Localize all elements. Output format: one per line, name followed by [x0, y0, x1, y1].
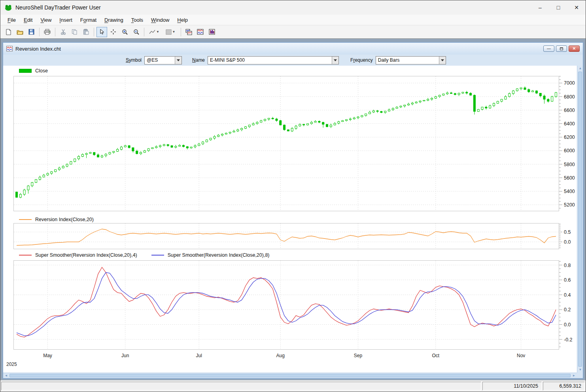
status-date-panel: 11/10/2025	[482, 382, 542, 390]
pattern-fill-icon	[166, 29, 172, 35]
copy-icon	[72, 29, 78, 35]
chevron-down-icon: ▼	[156, 30, 159, 34]
chart-controls-row: Symbol @ES Name E-MINI S&P 500 Frequency…	[3, 55, 583, 66]
price-candlestick-pane[interactable]: 7000680066006400620060005800560054005200	[13, 76, 577, 211]
menu-tools[interactable]: Tools	[127, 15, 147, 25]
chart-restore-button[interactable]	[556, 45, 567, 52]
svg-text:0.0: 0.0	[564, 239, 571, 245]
super-smoother-4-legend-label: Super Smoother(Reversion Index(Close,20)…	[35, 252, 137, 258]
toolbar-separator	[55, 28, 55, 36]
symbol-label: Symbol	[126, 57, 142, 63]
super-smoother-4-legend-swatch	[19, 255, 32, 256]
chevron-down-icon: ▼	[172, 30, 176, 34]
print-icon	[44, 29, 51, 35]
paste-button[interactable]	[81, 27, 91, 37]
chart-region: Close 7000680066006400620060005800560054…	[3, 66, 583, 378]
scroll-down-arrow-icon[interactable]: ▼	[577, 367, 583, 373]
scroll-right-arrow-icon[interactable]: ►	[571, 373, 577, 378]
svg-text:0.6: 0.6	[564, 277, 571, 283]
pointer-tool-button[interactable]	[96, 27, 107, 37]
x-axis-month-label: Jun	[118, 353, 132, 358]
chart-cascade-icon	[185, 29, 192, 35]
toolbar: ▼ ▼	[0, 25, 586, 39]
svg-text:0.4: 0.4	[564, 292, 571, 298]
toolbar-separator	[181, 28, 181, 36]
crosshair-tool-button[interactable]	[108, 27, 119, 37]
svg-text:6200: 6200	[564, 134, 575, 140]
symbol-value: @ES	[145, 57, 175, 63]
scroll-up-arrow-icon[interactable]: ▲	[577, 66, 583, 71]
pattern-fill-button[interactable]: ▼	[163, 27, 178, 37]
chart-window-title-bar[interactable]: Reversion Index.cht — ✕	[3, 43, 583, 55]
zoom-out-icon	[133, 29, 140, 35]
svg-text:5600: 5600	[564, 175, 575, 181]
chart-minimize-button[interactable]: —	[543, 45, 554, 52]
new-document-button[interactable]	[3, 27, 14, 37]
cascade-charts-button[interactable]	[183, 27, 194, 37]
indicator-window-button[interactable]	[195, 27, 206, 37]
legend-super-smoother: Super Smoother(Reversion Index(Close,20)…	[19, 252, 270, 258]
menu-edit[interactable]: Edit	[20, 15, 36, 25]
svg-text:6000: 6000	[564, 148, 575, 153]
svg-text:0.5: 0.5	[564, 229, 571, 235]
svg-text:0.0: 0.0	[564, 322, 571, 328]
horizontal-scrollbar[interactable]: ◄ ►	[3, 373, 577, 378]
mdi-workspace: Reversion Index.cht — ✕ Symbol @ES Name …	[0, 39, 586, 380]
copy-button[interactable]	[69, 27, 80, 37]
svg-text:0.2: 0.2	[564, 307, 571, 312]
frequency-value: Daily Bars	[376, 57, 439, 63]
chart-close-button[interactable]: ✕	[569, 45, 580, 52]
zoom-out-button[interactable]	[131, 27, 142, 37]
vertical-scrollbar-thumb[interactable]	[578, 72, 582, 367]
title-bar: NeuroShell DayTrader Power User – □ ✕	[0, 0, 586, 15]
zoom-in-button[interactable]	[119, 27, 130, 37]
close-button[interactable]: ✕	[567, 0, 586, 15]
toolbar-separator	[144, 28, 144, 36]
svg-text:6400: 6400	[564, 121, 575, 127]
vertical-scrollbar[interactable]: ▲ ▼	[577, 66, 583, 373]
chevron-down-icon[interactable]	[332, 57, 338, 64]
status-message-panel	[1, 382, 481, 390]
maximize-button[interactable]: □	[549, 0, 567, 15]
save-button[interactable]	[26, 27, 37, 37]
status-bar: 11/10/2025 6,559.312	[0, 380, 586, 392]
name-combobox[interactable]: E-MINI S&P 500	[208, 56, 339, 64]
save-icon	[28, 29, 34, 35]
frequency-combobox[interactable]: Daily Bars	[376, 56, 446, 64]
x-axis-month-label: Aug	[273, 353, 287, 358]
menu-view[interactable]: View	[36, 15, 55, 25]
print-button[interactable]	[42, 27, 53, 37]
toolbar-separator	[94, 28, 94, 36]
super-smoother-pane[interactable]: 0.80.60.40.20.0-0.2	[13, 260, 577, 350]
new-document-icon	[6, 29, 11, 35]
scroll-left-arrow-icon[interactable]: ◄	[3, 373, 9, 378]
menu-help[interactable]: Help	[173, 15, 192, 25]
cut-scissors-icon	[60, 29, 66, 35]
horizontal-scrollbar-thumb[interactable]	[9, 374, 571, 377]
menu-drawing[interactable]: Drawing	[100, 15, 127, 25]
trendline-tool-button[interactable]: ▼	[147, 27, 162, 37]
frequency-label: Frequency	[350, 57, 373, 63]
scrollbar-corner	[577, 373, 583, 378]
name-value: E-MINI S&P 500	[208, 57, 332, 63]
trendline-icon	[149, 30, 155, 34]
chevron-down-icon[interactable]	[439, 57, 446, 64]
menu-window[interactable]: Window	[147, 15, 173, 25]
chevron-down-icon[interactable]	[175, 57, 181, 64]
symbol-combobox[interactable]: @ES	[144, 56, 182, 64]
x-axis-month-label: Sep	[351, 353, 365, 358]
menu-insert[interactable]: Insert	[55, 15, 76, 25]
x-axis-month-label: Nov	[514, 353, 528, 358]
minimize-button[interactable]: –	[531, 0, 549, 15]
cut-button[interactable]	[58, 27, 68, 37]
menu-format[interactable]: Format	[76, 15, 100, 25]
menu-file[interactable]: File	[4, 15, 20, 25]
indicator-window-icon	[197, 29, 204, 35]
open-file-button[interactable]	[15, 27, 25, 37]
super-smoother-8-legend-label: Super Smoother(Reversion Index(Close,20)…	[168, 252, 270, 258]
reversion-index-pane[interactable]: 0.50.0	[13, 223, 577, 249]
super-smoother-8-legend-swatch	[151, 255, 164, 256]
chart-document-icon	[6, 46, 13, 51]
svg-text:7000: 7000	[564, 80, 575, 86]
bar-chart-window-button[interactable]	[206, 27, 217, 37]
